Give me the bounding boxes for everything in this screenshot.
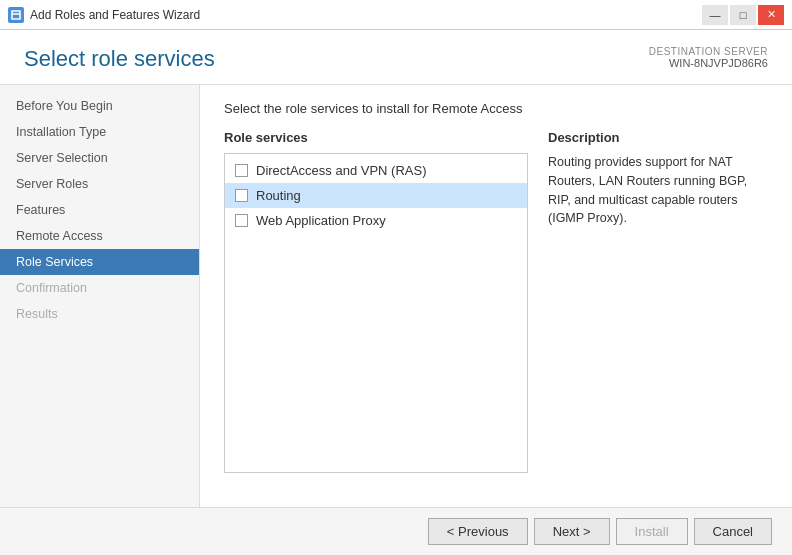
services-list: DirectAccess and VPN (RAS) Routing Web A… bbox=[224, 153, 528, 473]
description-header: Description bbox=[548, 130, 768, 145]
wizard-body: Before You Begin Installation Type Serve… bbox=[0, 85, 792, 507]
cancel-button[interactable]: Cancel bbox=[694, 518, 772, 545]
title-bar-left: Add Roles and Features Wizard bbox=[8, 7, 200, 23]
install-button[interactable]: Install bbox=[616, 518, 688, 545]
content-instruction: Select the role services to install for … bbox=[224, 101, 768, 116]
title-bar-controls: — □ ✕ bbox=[702, 5, 784, 25]
next-button[interactable]: Next > bbox=[534, 518, 610, 545]
sidebar-item-server-selection[interactable]: Server Selection bbox=[0, 145, 199, 171]
title-bar-title: Add Roles and Features Wizard bbox=[30, 8, 200, 22]
destination-server-name: WIN-8NJVPJD86R6 bbox=[649, 57, 768, 69]
sidebar-item-features[interactable]: Features bbox=[0, 197, 199, 223]
sidebar-item-results: Results bbox=[0, 301, 199, 327]
description-column: Description Routing provides support for… bbox=[548, 130, 768, 473]
service-label-routing: Routing bbox=[256, 188, 301, 203]
service-checkbox-directaccess[interactable] bbox=[235, 164, 248, 177]
service-item-web-app-proxy[interactable]: Web Application Proxy bbox=[225, 208, 527, 233]
description-text: Routing provides support for NAT Routers… bbox=[548, 153, 768, 228]
close-button[interactable]: ✕ bbox=[758, 5, 784, 25]
role-services-header: Role services bbox=[224, 130, 528, 145]
content-columns: Role services DirectAccess and VPN (RAS)… bbox=[224, 130, 768, 473]
service-item-directaccess[interactable]: DirectAccess and VPN (RAS) bbox=[225, 158, 527, 183]
role-services-column: Role services DirectAccess and VPN (RAS)… bbox=[224, 130, 528, 473]
wizard-window: Select role services DESTINATION SERVER … bbox=[0, 30, 792, 555]
wizard-icon bbox=[8, 7, 24, 23]
service-label-directaccess: DirectAccess and VPN (RAS) bbox=[256, 163, 427, 178]
page-title: Select role services bbox=[24, 46, 215, 72]
service-label-web-app-proxy: Web Application Proxy bbox=[256, 213, 386, 228]
sidebar-item-remote-access[interactable]: Remote Access bbox=[0, 223, 199, 249]
destination-server-label: DESTINATION SERVER bbox=[649, 46, 768, 57]
minimize-button[interactable]: — bbox=[702, 5, 728, 25]
destination-server: DESTINATION SERVER WIN-8NJVPJD86R6 bbox=[649, 46, 768, 69]
service-item-routing[interactable]: Routing bbox=[225, 183, 527, 208]
title-bar: Add Roles and Features Wizard — □ ✕ bbox=[0, 0, 792, 30]
service-checkbox-web-app-proxy[interactable] bbox=[235, 214, 248, 227]
sidebar-item-role-services[interactable]: Role Services bbox=[0, 249, 199, 275]
sidebar-item-server-roles[interactable]: Server Roles bbox=[0, 171, 199, 197]
sidebar-item-confirmation: Confirmation bbox=[0, 275, 199, 301]
wizard-header: Select role services DESTINATION SERVER … bbox=[0, 30, 792, 85]
previous-button[interactable]: < Previous bbox=[428, 518, 528, 545]
maximize-button[interactable]: □ bbox=[730, 5, 756, 25]
wizard-sidebar: Before You Begin Installation Type Serve… bbox=[0, 85, 200, 507]
svg-rect-0 bbox=[12, 11, 20, 19]
service-checkbox-routing[interactable] bbox=[235, 189, 248, 202]
sidebar-item-installation-type[interactable]: Installation Type bbox=[0, 119, 199, 145]
wizard-footer: < Previous Next > Install Cancel bbox=[0, 507, 792, 555]
sidebar-item-before-you-begin[interactable]: Before You Begin bbox=[0, 93, 199, 119]
wizard-content: Select the role services to install for … bbox=[200, 85, 792, 507]
